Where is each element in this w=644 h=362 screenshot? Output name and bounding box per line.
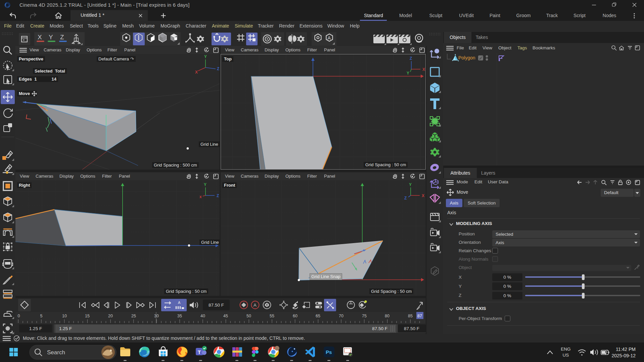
svg-text:75: 75: [362, 314, 367, 318]
svg-text:40: 40: [200, 314, 205, 318]
svg-text:ENG: ENG: [561, 347, 570, 352]
svg-text:Z: Z: [410, 56, 412, 61]
svg-text:60: 60: [293, 314, 297, 318]
svg-text:30: 30: [154, 314, 159, 318]
svg-text:55: 55: [270, 314, 274, 318]
svg-text:Ps: Ps: [326, 349, 332, 355]
svg-text:A: A: [254, 303, 257, 308]
svg-text:70: 70: [339, 314, 343, 318]
svg-text:80: 80: [385, 314, 389, 318]
svg-text:Y: Y: [407, 71, 409, 76]
svg-text:Y: Y: [49, 34, 53, 41]
svg-text:87.50 F: 87.50 F: [209, 303, 224, 308]
svg-text:20: 20: [108, 314, 113, 318]
svg-text:87.50 F: 87.50 F: [372, 326, 387, 331]
svg-text:x: x: [199, 194, 202, 199]
svg-text:0: 0: [18, 314, 20, 318]
svg-text:Z: Z: [217, 193, 219, 198]
svg-text:87.50 F: 87.50 F: [404, 326, 419, 331]
svg-text:X: X: [195, 70, 198, 75]
svg-text:Y: Y: [409, 182, 412, 187]
svg-text:Y: Y: [204, 182, 206, 187]
svg-text:Z: Z: [60, 34, 64, 41]
svg-text:X: X: [422, 67, 425, 72]
svg-text:2025-09-12: 2025-09-12: [611, 353, 636, 358]
svg-text:US: US: [563, 353, 569, 358]
svg-text:10: 10: [62, 314, 67, 318]
svg-text:X: X: [38, 34, 42, 41]
svg-text:Search: Search: [47, 349, 65, 356]
svg-text:5: 5: [40, 314, 43, 318]
svg-text:Y: Y: [204, 54, 207, 59]
svg-text:1.25 F: 1.25 F: [59, 326, 72, 331]
svg-text:A: A: [178, 301, 181, 305]
svg-text:11:42 PM: 11:42 PM: [616, 347, 636, 352]
svg-text:X: X: [422, 193, 424, 198]
svg-text:A: A: [328, 35, 331, 41]
svg-text:Z: Z: [217, 66, 219, 71]
svg-text:45: 45: [223, 314, 228, 318]
svg-text:1.25 F: 1.25 F: [29, 326, 42, 331]
svg-text:85: 85: [408, 314, 413, 318]
svg-text:87: 87: [417, 314, 422, 318]
svg-text:50: 50: [246, 314, 251, 318]
svg-text:15: 15: [85, 314, 90, 318]
svg-text:T: T: [198, 349, 201, 355]
svg-text:25: 25: [131, 314, 136, 318]
svg-text:65: 65: [316, 314, 320, 318]
svg-text:35: 35: [177, 314, 182, 318]
svg-text:Z: Z: [404, 196, 407, 200]
